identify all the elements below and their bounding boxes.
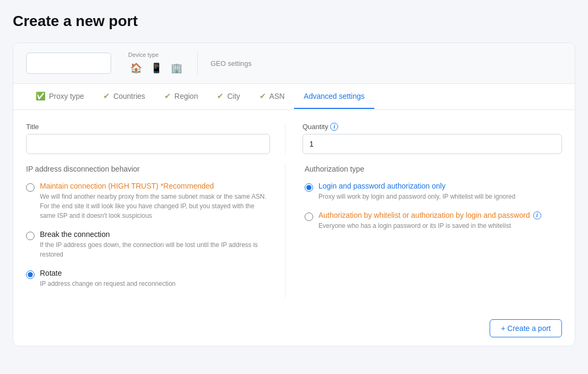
device-icons: 🏠 📱 🏢	[128, 61, 184, 75]
ip-section-title: IP address disconnection behavior	[26, 165, 270, 173]
quantity-info-icon: i	[330, 123, 338, 131]
proxy-type-check-icon: ✅	[36, 91, 46, 101]
auth-whitelist-radio[interactable]	[305, 212, 313, 221]
tab-advanced-settings-label: Advanced settings	[304, 92, 364, 100]
tab-city-label: City	[227, 92, 240, 100]
ip-break-desc: If the IP address goes down, the connect…	[40, 240, 270, 259]
city-check-icon: ✔	[217, 91, 224, 101]
tab-asn-label: ASN	[270, 92, 285, 100]
device-type-label: Device type	[128, 52, 184, 58]
auth-whitelist-label[interactable]: Authorization by whitelist or authorizat…	[318, 211, 530, 219]
ip-break-label[interactable]: Break the connection	[40, 230, 270, 239]
ip-option-maintain: Maintain connection (HIGH TRUST) *Recomm…	[26, 182, 270, 220]
tab-advanced-settings[interactable]: Advanced settings	[294, 84, 374, 109]
auth-login-label[interactable]: Login and password authorization only	[318, 182, 515, 190]
region-check-icon: ✔	[164, 91, 171, 101]
main-card: Device type 🏠 📱 🏢 GEO settings ✅ Proxy t…	[13, 42, 575, 346]
auth-option-login: Login and password authorization only Pr…	[305, 182, 562, 201]
geo-settings-label: GEO settings	[211, 60, 251, 67]
ip-option-rotate: Rotate IP address change on request and …	[26, 269, 270, 288]
title-group: Title	[26, 123, 285, 154]
auth-whitelist-info-icon: i	[533, 211, 541, 219]
tab-countries[interactable]: ✔ Countries	[94, 84, 155, 109]
countries-check-icon: ✔	[103, 91, 110, 101]
ip-option-break: Break the connection If the IP address g…	[26, 230, 270, 259]
quantity-group: Quantity i	[303, 123, 562, 154]
device-home-icon[interactable]: 🏠	[128, 61, 144, 75]
card-footer: + Create a port	[13, 311, 575, 346]
device-building-icon[interactable]: 🏢	[169, 61, 184, 75]
tab-countries-label: Countries	[113, 92, 145, 100]
tab-city[interactable]: ✔ City	[207, 84, 249, 109]
ip-maintain-radio[interactable]	[26, 183, 35, 192]
quantity-input[interactable]	[303, 134, 562, 154]
asn-check-icon: ✔	[259, 91, 266, 101]
auth-section-title: Authorization type	[305, 165, 562, 173]
quantity-label-text: Quantity	[303, 123, 328, 131]
auth-whitelist-desc: Everyone who has a login password or its…	[318, 221, 541, 231]
ip-rotate-text: Rotate IP address change on request and …	[40, 269, 175, 288]
auth-login-text: Login and password authorization only Pr…	[318, 182, 515, 201]
auth-whitelist-text: Authorization by whitelist or authorizat…	[318, 211, 541, 231]
auth-login-radio[interactable]	[305, 183, 313, 192]
ip-maintain-text: Maintain connection (HIGH TRUST) *Recomm…	[40, 182, 270, 220]
create-port-button[interactable]: + Create a port	[490, 319, 562, 337]
main-content: Title Quantity i IP address disconnectio…	[13, 110, 575, 311]
ip-maintain-desc: We will find another nearby proxy from t…	[40, 192, 270, 220]
tabs-bar: ✅ Proxy type ✔ Countries ✔ Region ✔ City…	[13, 84, 575, 110]
quantity-label: Quantity i	[303, 123, 562, 131]
ip-break-text: Break the connection If the IP address g…	[40, 230, 270, 259]
device-mobile-icon[interactable]: 📱	[148, 61, 164, 75]
title-label: Title	[26, 123, 270, 131]
ip-maintain-label[interactable]: Maintain connection (HIGH TRUST) *Recomm…	[40, 182, 270, 190]
tab-region[interactable]: ✔ Region	[155, 84, 207, 109]
tab-region-label: Region	[174, 92, 198, 100]
options-row: IP address disconnection behavior Mainta…	[26, 165, 562, 298]
ip-rotate-desc: IP address change on request and reconne…	[40, 279, 175, 288]
tab-proxy-type[interactable]: ✅ Proxy type	[26, 84, 94, 109]
tab-asn[interactable]: ✔ ASN	[250, 84, 295, 109]
ip-disconnect-section: IP address disconnection behavior Mainta…	[26, 165, 285, 298]
auth-login-desc: Proxy will work by login and password on…	[318, 192, 515, 201]
device-section: Device type 🏠 📱 🏢	[128, 52, 198, 75]
auth-section: Authorization type Login and password au…	[303, 165, 562, 298]
auth-option-whitelist: Authorization by whitelist or authorizat…	[305, 211, 562, 231]
page-title: Create a new port	[13, 13, 575, 30]
port-name-input[interactable]	[26, 53, 111, 74]
ip-rotate-radio[interactable]	[26, 270, 35, 279]
ip-rotate-label[interactable]: Rotate	[40, 269, 175, 277]
tab-proxy-type-label: Proxy type	[49, 92, 84, 100]
ip-break-radio[interactable]	[26, 232, 35, 240]
title-input[interactable]	[26, 134, 270, 154]
title-quantity-row: Title Quantity i	[26, 123, 562, 165]
top-bar: Device type 🏠 📱 🏢 GEO settings	[13, 43, 575, 84]
